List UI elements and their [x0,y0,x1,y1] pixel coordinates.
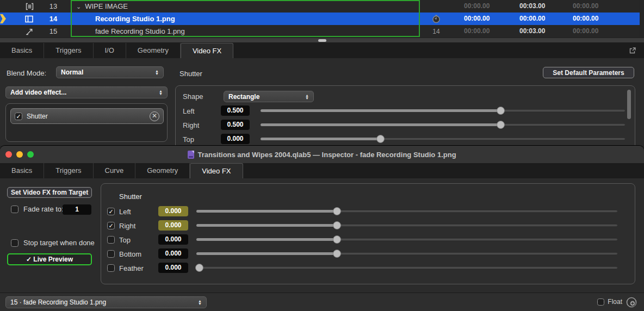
param-slider[interactable] [261,121,625,129]
shutter-title: Shutter [119,192,142,201]
stop-target-label: Stop target when done [23,239,95,247]
param-fade-checkbox[interactable]: ✓ [107,208,115,215]
param-value-field[interactable]: 0.000 [158,248,188,259]
slider-thumb[interactable] [195,264,203,272]
set-video-fx-from-target-button[interactable]: Set Video FX from Target [7,187,92,198]
slider-thumb[interactable] [497,121,505,129]
cue-row-group[interactable]: 13 ⌄WIPE IMAGE 00:00.00 00:03.00 00:00.0… [0,0,640,13]
remove-effect-icon[interactable]: ✕ [150,111,159,121]
blend-mode-select[interactable]: Normal ▲▼ [56,66,164,78]
param-label: Feather [119,264,144,272]
effect-enabled-checkbox[interactable]: ✓ [15,113,22,120]
slider-thumb[interactable] [333,235,341,244]
group-cue-icon [24,2,35,11]
slider-thumb[interactable] [497,107,505,115]
param-value-field[interactable]: 0.000 [158,263,188,273]
window-title: Transitions and Wipes 2004.qlab5 — Inspe… [188,151,456,159]
close-window-icon[interactable] [5,151,12,158]
chevron-up-down-icon: ▲▼ [159,90,163,95]
tab-io[interactable]: I/O [94,43,126,58]
slider-thumb[interactable] [333,221,341,229]
param-value-field[interactable]: 0.000 [158,234,188,245]
shutter-fade-parameters-box: Shutter ✓ Left 0.000 ✓ Right 0.000 [101,183,635,284]
stop-target-row: Stop target when done [11,239,95,247]
param-slider[interactable] [196,235,617,244]
tab-triggers[interactable]: Triggers [44,163,93,178]
tab-video-fx[interactable]: Video FX [190,163,243,178]
vertical-scrollbar[interactable] [627,90,631,119]
video-fx-panel: Blend Mode: Normal ▲▼ Shutter Set Defaul… [0,59,644,146]
float-checkbox[interactable] [597,298,604,306]
cue-name[interactable]: ⌄WIPE IMAGE [76,0,128,13]
slider-thumb[interactable] [333,207,341,215]
inspector-window: Transitions and Wipes 2004.qlab5 — Inspe… [0,146,644,311]
cue-name[interactable]: fade Recording Studio 1.png [95,25,185,38]
cue-duration: 00:03.00 [519,0,551,13]
cue-row-fade[interactable]: 15 fade Recording Studio 1.png 14 00:00.… [0,25,640,38]
cue-prewait: 00:00.00 [464,25,496,38]
titlebar[interactable]: Transitions and Wipes 2004.qlab5 — Inspe… [0,146,644,163]
splitter-divider[interactable] [0,38,644,43]
cue-list: 13 ⌄WIPE IMAGE 00:00.00 00:03.00 00:00.0… [0,0,644,38]
param-value-field[interactable]: 0.000 [158,206,188,216]
shutter-parameters-box: Shape Rectangle ▲▼ Left 0.500 Right 0.50… [175,85,635,146]
param-slider[interactable] [261,107,625,115]
param-label: Top [183,135,194,144]
set-default-parameters-button[interactable]: Set Default Parameters [543,67,634,78]
param-value-field[interactable]: 0.500 [221,120,250,130]
minimize-window-icon[interactable] [16,151,23,158]
blend-mode-label: Blend Mode: [7,69,46,77]
fade-rate-row: Fade rate to: [11,205,64,213]
cue-name[interactable]: Recording Studio 1.png [95,13,175,25]
param-value-field[interactable]: 0.000 [158,220,188,231]
inspector-tabbar: BasicsTriggersI/OGeometryVideo FX [0,43,644,58]
cue-selector-select[interactable]: 15 · fade Recording Studio 1.png ▲▼ [5,296,207,308]
tab-basics[interactable]: Basics [0,43,44,58]
param-label: Left [119,208,131,216]
shape-select[interactable]: Rectangle ▲▼ [224,91,314,102]
param-fade-checkbox[interactable] [107,264,115,272]
tab-basics[interactable]: Basics [0,163,44,178]
cue-duration: 00:00.00 [519,13,551,25]
live-preview-button[interactable]: ✓ Live Preview [7,253,92,265]
tab-geometry[interactable]: Geometry [126,43,181,58]
param-value-field[interactable]: 0.500 [221,105,250,116]
param-fade-checkbox[interactable] [107,250,115,258]
fade-rate-checkbox[interactable] [11,206,18,213]
window-title-text: Transitions and Wipes 2004.qlab5 — Inspe… [197,151,456,159]
param-slider[interactable] [196,250,617,258]
splitter-grip[interactable] [318,39,326,42]
stop-target-checkbox[interactable] [11,239,18,247]
add-video-effect-select[interactable]: Add video effect... ▲▼ [5,86,168,98]
tab-curve[interactable]: Curve [94,163,136,178]
param-fade-checkbox[interactable]: ✓ [107,222,115,229]
effect-item-shutter[interactable]: ✓ Shutter ✕ [10,108,164,124]
slider-thumb[interactable] [376,135,385,143]
tab-geometry[interactable]: Geometry [135,163,190,178]
cue-row-selected[interactable]: 14 Recording Studio 1.png 00:00.00 00:00… [0,13,640,25]
param-value-field[interactable]: 0.000 [221,134,250,144]
param-row-bottom: Bottom 0.000 [101,248,636,259]
param-label: Left [183,107,195,115]
tab-video-fx[interactable]: Video FX [181,43,233,58]
param-slider[interactable] [196,221,617,229]
cue-target-number: 14 [430,25,443,38]
param-fade-checkbox[interactable] [107,236,115,244]
param-slider[interactable] [196,264,617,272]
tab-triggers[interactable]: Triggers [44,43,93,58]
param-slider[interactable] [261,135,625,143]
disclosure-triangle-icon[interactable]: ⌄ [76,3,81,10]
param-slider[interactable] [196,207,617,215]
popout-inspector-icon[interactable] [628,47,636,55]
chevron-up-down-icon: ▲▼ [198,300,202,305]
cue-selector-value: 15 · fade Recording Studio 1.png [10,298,195,306]
param-label: Right [119,222,135,230]
zoom-window-icon[interactable] [27,151,34,158]
qlab-screen: 13 ⌄WIPE IMAGE 00:00.00 00:03.00 00:00.0… [0,0,644,311]
slider-thumb[interactable] [333,250,341,258]
video-cue-icon [24,14,35,23]
fade-rate-value-field[interactable]: 1 [63,204,91,215]
cue-number: 15 [42,25,64,38]
live-preview-label: Live Preview [33,256,73,263]
new-inspector-window-icon[interactable] [626,296,637,308]
